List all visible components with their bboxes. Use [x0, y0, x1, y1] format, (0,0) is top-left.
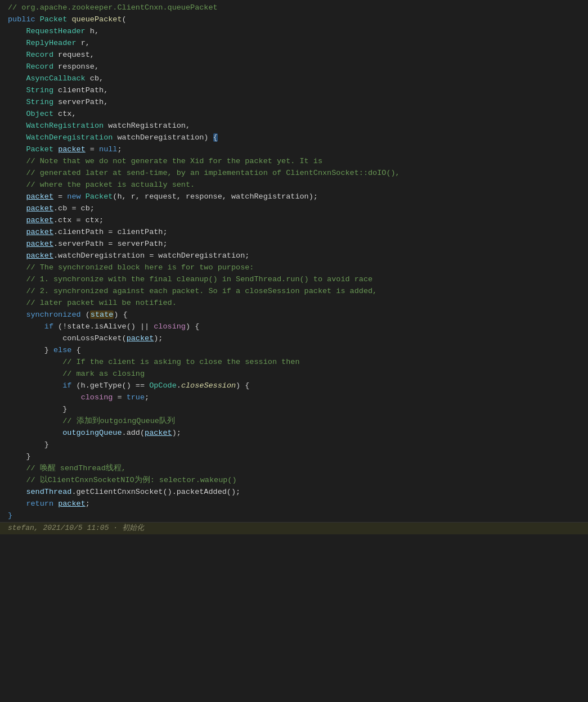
code-token: Packet — [40, 15, 68, 24]
code-token — [8, 393, 81, 402]
code-line: // 1. synchronize with the final cleanup… — [0, 274, 588, 286]
code-token — [8, 310, 26, 319]
code-line: ReplyHeader r, — [0, 38, 588, 50]
code-token: WatchDeregistration — [26, 133, 113, 142]
code-token: ( — [122, 15, 127, 24]
code-token: .getClientCnxnSocket().packetAdded(); — [71, 488, 240, 496]
code-token: serverPath, — [53, 98, 108, 106]
code-token: Record — [26, 51, 53, 59]
git-blame-bar: stefan, 2021/10/5 11:05 · 初始化 — [0, 522, 588, 534]
code-token: packet — [127, 334, 154, 343]
code-token: OpCode — [149, 381, 177, 390]
code-token — [8, 110, 26, 118]
code-token: = — [86, 145, 99, 154]
line-content: // later packet will be notified. — [8, 298, 585, 309]
code-line: // 2. synchronized against each packet. … — [0, 286, 588, 298]
code-token: sendThread — [26, 488, 71, 496]
line-content: if (h.getType() == OpCode.closeSession) … — [8, 380, 585, 392]
code-token — [8, 370, 62, 378]
code-token — [8, 122, 26, 130]
code-line: // If the client is asking to close the … — [0, 357, 588, 368]
code-token: synchronized — [26, 310, 80, 319]
line-content: Record request, — [8, 50, 585, 61]
code-token — [8, 204, 26, 213]
code-token — [8, 275, 26, 284]
code-token — [8, 157, 26, 165]
code-line: outgoingQueue.add(packet); — [0, 428, 588, 439]
code-token: { — [213, 133, 218, 142]
code-line: // mark as closing — [0, 368, 588, 380]
code-token: closing — [81, 393, 113, 402]
line-content: packet.cb = cb; — [8, 203, 585, 215]
code-token: packet — [26, 192, 53, 201]
line-content: sendThread.getClientCnxnSocket().packetA… — [8, 487, 585, 498]
line-content: if (!state.isAlive() || closing) { — [8, 321, 585, 333]
code-token: // where the packet is actually sent. — [26, 181, 195, 189]
code-token: .serverPath = serverPath; — [53, 240, 168, 248]
line-content: packet.clientPath = clientPath; — [8, 227, 585, 238]
code-token: packet — [145, 429, 172, 437]
code-token: packet — [58, 500, 86, 508]
code-token: packet — [58, 145, 86, 154]
code-line: // The synchronized block here is for tw… — [0, 262, 588, 274]
code-token — [8, 334, 62, 343]
code-token — [8, 51, 26, 59]
code-token: if — [62, 381, 71, 390]
code-editor: // org.apache.zookeeper.ClientCnxn.queue… — [0, 0, 588, 702]
line-content: WatchRegistration watchRegistration, — [8, 120, 585, 132]
line-content: Object ctx, — [8, 109, 585, 120]
code-token: ; — [145, 393, 149, 402]
line-content: // generated later at send-time, by an i… — [8, 168, 585, 179]
code-token: cb, — [86, 74, 104, 83]
line-content: } else { — [8, 345, 585, 357]
code-token: } — [8, 440, 49, 449]
code-token: (h, r, request, response, watchRegistrat… — [113, 192, 318, 201]
line-content: // 唤醒 sendThread线程, — [8, 463, 585, 475]
code-token: // Note that we do not generate the Xid … — [26, 157, 322, 165]
code-token: queuePacket — [71, 15, 122, 24]
line-content: // 1. synchronize with the final cleanup… — [8, 274, 585, 286]
code-token — [8, 145, 26, 154]
line-content: // 2. synchronized against each packet. … — [8, 286, 585, 298]
code-line: } else { — [0, 345, 588, 357]
code-token: String — [26, 86, 53, 94]
code-token: // 添加到outgoingQueue队列 — [62, 417, 175, 425]
code-token — [8, 192, 26, 201]
code-token: response, — [53, 62, 99, 71]
code-token — [8, 27, 26, 35]
line-content: outgoingQueue.add(packet); — [8, 428, 585, 439]
code-line: // where the packet is actually sent. — [0, 179, 588, 191]
code-token: String — [26, 98, 53, 106]
code-token: h, — [86, 27, 99, 35]
code-line: packet.serverPath = serverPath; — [0, 238, 588, 250]
code-line: } — [0, 510, 588, 522]
code-token — [8, 181, 26, 189]
line-content: closing = true; — [8, 392, 585, 404]
code-token — [8, 62, 26, 71]
code-token: packet — [26, 204, 53, 213]
code-token: RequestHeader — [26, 27, 85, 35]
code-token — [81, 192, 86, 201]
code-token: state — [90, 310, 114, 319]
code-line: packet.cb = cb; — [0, 203, 588, 215]
code-line: Record request, — [0, 50, 588, 61]
code-token: Packet — [86, 192, 113, 201]
code-token: packet — [26, 228, 53, 236]
code-line: Packet packet = null; — [0, 144, 588, 156]
code-token: watchRegistration, — [104, 122, 190, 130]
line-content: synchronized (state) { — [8, 309, 585, 321]
code-token: public — [8, 15, 35, 24]
code-token: conLossPacket( — [62, 334, 126, 343]
line-content: String serverPath, — [8, 97, 585, 109]
line-content: } — [8, 404, 585, 416]
code-line: if (h.getType() == OpCode.closeSession) … — [0, 380, 588, 392]
line-content: packet.ctx = ctx; — [8, 215, 585, 227]
code-token: ); — [154, 334, 163, 343]
code-token: .cb = cb; — [53, 204, 95, 213]
code-line: synchronized (state) { — [0, 309, 588, 321]
code-token: Object — [26, 110, 53, 118]
code-token: // If the client is asking to close the … — [62, 358, 299, 366]
code-line: packet.ctx = ctx; — [0, 215, 588, 227]
line-content: RequestHeader h, — [8, 26, 585, 38]
code-token: ; — [86, 500, 90, 508]
